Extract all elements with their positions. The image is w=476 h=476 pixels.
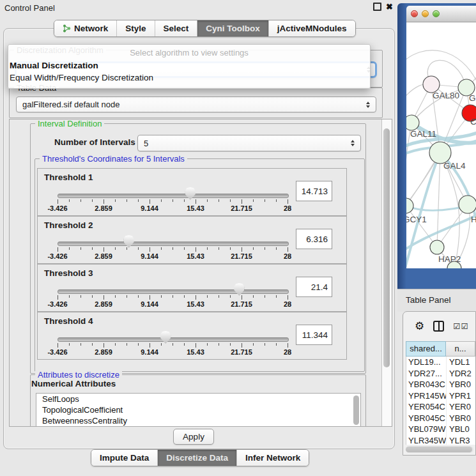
table-row[interactable]: YPR145WYPR1 (406, 390, 475, 402)
network-node-gcy1[interactable] (406, 198, 413, 213)
slider-tick (253, 295, 254, 298)
cell-shared-name: YLR345W (406, 435, 447, 445)
checkbox-icons[interactable]: ☑☑ (453, 321, 468, 331)
slider-tick (161, 199, 162, 202)
bottom-tab-bar: Impute DataDiscretize DataInfer Network (91, 449, 309, 466)
attribute-item-selfloops[interactable]: SelfLoops (36, 394, 360, 404)
slider-tick-label: 2.859 (95, 252, 112, 260)
float-window-icon[interactable] (373, 3, 381, 11)
tab-select[interactable]: Select (155, 20, 198, 36)
slider-tick (161, 343, 162, 346)
slider-thumb[interactable] (160, 331, 171, 344)
tab-label: Style (125, 24, 146, 33)
threshold-panel: Threshold 3-3.4262.8599.14415.4321.71528… (37, 264, 347, 312)
tab-jactivemnodules[interactable]: jActiveMNodules (269, 20, 355, 36)
attribute-item-betweennesscentrality[interactable]: BetweennessCentrality (36, 415, 360, 426)
slider-tick-label: 15.43 (187, 204, 204, 212)
table-row[interactable]: YBR045CYBR0 (406, 413, 475, 424)
tab-style[interactable]: Style (117, 20, 155, 36)
tab-impute-data[interactable]: Impute Data (91, 450, 158, 466)
table-row[interactable]: YER054CYER0 (406, 401, 475, 413)
top-tab-bar: NetworkStyleSelectCyni ToolboxjActiveMNo… (54, 20, 356, 37)
tab-discretize-data[interactable]: Discretize Data (158, 450, 237, 466)
columns-icon[interactable] (433, 321, 444, 332)
column-header[interactable]: shared... (406, 341, 446, 357)
settings-scrollbar[interactable] (381, 119, 392, 426)
table-row[interactable]: YDR27...YDR2 (406, 368, 475, 380)
slider-tick-label: -3.426 (47, 204, 67, 212)
gear-icon[interactable]: ⚙ (415, 321, 424, 332)
tab-cyni-toolbox[interactable]: Cyni Toolbox (197, 20, 269, 36)
zoom-traffic-light-icon[interactable] (433, 10, 440, 17)
slider-tick (104, 343, 104, 348)
tab-label: Infer Network (245, 453, 300, 463)
slider-track[interactable] (58, 337, 289, 342)
apply-button[interactable]: Apply (173, 429, 214, 445)
numerical-attributes-list[interactable]: SelfLoopsTopologicalCoefficientBetweenne… (36, 393, 361, 427)
slider-tick (265, 199, 265, 202)
cell-name: YBL0 (447, 424, 475, 435)
minimize-traffic-light-icon[interactable] (422, 10, 429, 17)
threshold-value-field[interactable]: 21.4 (296, 277, 332, 297)
node-label-hap2: HAP2 (438, 254, 461, 264)
slider-tick (92, 343, 93, 346)
slider-track[interactable] (58, 289, 289, 294)
cell-shared-name: YPR145W (406, 390, 447, 402)
network-node-gal11[interactable] (406, 115, 419, 130)
close-icon[interactable]: ✖ (386, 3, 393, 11)
cell-shared-name: YBL079W (406, 424, 447, 435)
slider-tick (69, 199, 70, 202)
settings-scroll-pane: Interval Definition Number of Intervals … (9, 119, 392, 427)
slider-tick (150, 295, 150, 300)
slider-thumb[interactable] (234, 283, 244, 296)
slider-tick (115, 343, 116, 346)
slider-tick (58, 199, 58, 204)
cell-shared-name: YDL19... (406, 357, 447, 368)
scrollbar-thumb[interactable] (383, 128, 390, 367)
slider-tick (265, 343, 265, 346)
threshold-panel: Threshold 1-3.4262.8599.14415.4321.71528… (37, 168, 347, 216)
algorithm-dropdown-popup: Select algorithm to view settings Manual… (8, 44, 371, 89)
table-row[interactable]: YLR345WYLR3 (406, 435, 475, 445)
network-node-hap2[interactable] (430, 240, 444, 254)
column-header[interactable]: n... (446, 341, 475, 357)
slider-tick (150, 247, 150, 252)
apply-button-label: Apply (183, 432, 204, 441)
slider-thumb[interactable] (185, 187, 196, 200)
table-row[interactable]: YDL19...YDL1 (406, 357, 475, 368)
tab-network[interactable]: Network (54, 20, 117, 36)
slider-tick (69, 343, 70, 346)
slider-tick (92, 247, 93, 250)
slider-track[interactable] (58, 242, 289, 246)
slider-tick (207, 343, 208, 346)
tab-label: Cyni Toolbox (206, 24, 260, 33)
list-scrollbar-thumb[interactable] (353, 395, 359, 425)
table-row[interactable]: YBR043CYBR0 (406, 379, 475, 390)
slider-tick (230, 199, 231, 202)
slider-tick-label: -3.426 (47, 300, 67, 308)
number-of-intervals-combo[interactable]: 5 (137, 135, 361, 151)
popup-option-manual-discretization[interactable]: Manual Discretization (10, 59, 369, 72)
network-canvas[interactable]: GAL80GCGAL11GAL4GCY1HHAP2 (406, 22, 476, 268)
slider-tick (81, 295, 81, 298)
threshold-value-field[interactable]: 14.713 (296, 181, 332, 201)
table-row[interactable]: YBL079WYBL0 (406, 424, 475, 435)
hscrollbar-thumb[interactable] (406, 447, 472, 452)
attribute-item-topologicalcoefficient[interactable]: TopologicalCoefficient (36, 404, 360, 415)
tab-infer-network[interactable]: Infer Network (237, 450, 309, 466)
slider-thumb[interactable] (124, 235, 134, 248)
popup-option-equal-width-frequency-discretization[interactable]: Equal Width/Frequency Discretization (10, 72, 369, 84)
threshold-value-field[interactable]: 6.316 (296, 229, 332, 249)
popup-hint: Select algorithm to view settings (8, 48, 370, 58)
table-hscrollbar[interactable] (406, 446, 473, 453)
network-node-h[interactable] (459, 196, 476, 213)
close-traffic-light-icon[interactable] (411, 10, 418, 17)
slider-track[interactable] (58, 194, 289, 198)
network-window-titlebar[interactable] (406, 6, 476, 22)
threshold-value-field[interactable]: 11.344 (296, 325, 332, 345)
slider-tick (288, 247, 288, 252)
slider-tick (58, 343, 58, 348)
slider-tick-label: 2.859 (95, 204, 112, 212)
network-node-gal4[interactable] (429, 142, 451, 164)
table-data-combo[interactable]: galFiltered.sif default node (16, 96, 376, 112)
